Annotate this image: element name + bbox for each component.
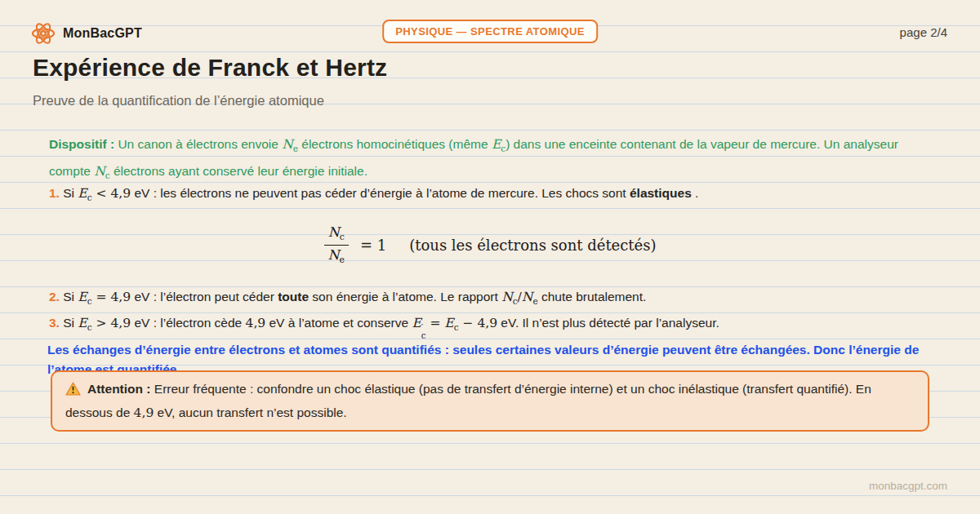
item-text: Si — [60, 316, 78, 330]
list-number: 2. — [49, 290, 60, 304]
math-Nc: Nc — [94, 164, 109, 179]
item-text: . — [692, 186, 699, 200]
math-Ec-eq: Ec = 4,9 — [78, 290, 131, 304]
item-text: chute brutalement. — [538, 290, 647, 304]
page-number: page 2/4 — [900, 25, 947, 39]
dispositif-text: électrons homocinétiques (même — [298, 137, 492, 151]
math-Ne: Ne — [282, 137, 298, 152]
header: MonBacGPT PHYSIQUE — SPECTRE ATOMIQUE pa… — [0, 18, 980, 49]
item-text: Si — [60, 290, 78, 304]
subject-badge: PHYSIQUE — SPECTRE ATOMIQUE — [382, 20, 598, 43]
item-bold: toute — [278, 290, 309, 304]
brand-name: MonBacGPT — [63, 26, 142, 41]
list-number: 1. — [49, 186, 60, 200]
page-subtitle: Preuve de la quantification de l’énergie… — [33, 93, 324, 109]
item-bold: élastiques — [630, 186, 692, 200]
document-page: MonBacGPT PHYSIQUE — SPECTRE ATOMIQUE pa… — [0, 0, 980, 514]
math-ratio: Nc/Ne — [501, 290, 538, 304]
warning-label: Attention : — [87, 382, 150, 396]
brand: MonBacGPT — [31, 18, 142, 49]
item-text: Si — [60, 186, 78, 200]
math-Ec-prime: E′c = Ec − 4,9 — [412, 316, 497, 330]
warning-icon — [65, 381, 81, 402]
item-text: eV : les électrons ne peuvent pas céder … — [131, 186, 630, 200]
math-value: 4,9 — [134, 405, 154, 420]
dispositif-label: Dispositif : — [49, 137, 114, 151]
equation-block: NcNe= 1(tous les électrons sont détectés… — [0, 220, 980, 269]
item-text: eV : l’électron peut céder — [131, 290, 278, 304]
equation-note: (tous les électrons sont détectés) — [409, 237, 656, 254]
fraction-denominator: Ne — [324, 246, 349, 265]
item-text: eV : l’électron cède — [131, 316, 245, 330]
item-text: eV à l’atome et conserve — [265, 316, 412, 330]
dispositif-paragraph: Dispositif : Un canon à électrons envoie… — [49, 133, 933, 187]
item-text: son énergie à l’atome. Le rapport — [309, 290, 501, 304]
math-Ec: Ec — [492, 137, 506, 152]
math-value: 4,9 — [246, 316, 266, 330]
math-Ec-gt: Ec > 4,9 — [78, 316, 131, 330]
warning-box: Attention : Erreur fréquente : confondre… — [51, 370, 929, 432]
atom-icon — [31, 21, 56, 46]
list-item: 1. Si Ec < 4,9 eV : les électrons ne peu… — [49, 184, 933, 207]
list-item: 3. Si Ec > 4,9 eV : l’électron cède 4,9 … — [49, 313, 933, 340]
fraction-numerator: Nc — [324, 224, 349, 245]
page-title: Expérience de Franck et Hertz — [33, 54, 387, 82]
equation-rhs: = 1 — [360, 237, 386, 254]
dispositif-text: Un canon à électrons envoie — [114, 137, 282, 151]
list-number: 3. — [49, 316, 60, 330]
math-Ec-lt: Ec < 4,9 — [78, 186, 131, 201]
list-item: 2. Si Ec = 4,9 eV : l’électron peut céde… — [49, 287, 933, 311]
footer-url: monbacgpt.com — [869, 480, 947, 492]
item-text: eV. Il n’est plus détecté par l’analyseu… — [497, 316, 719, 330]
warning-text: eV, aucun transfert n’est possible. — [154, 405, 346, 419]
dispositif-text: électrons ayant conservé leur énergie in… — [110, 164, 368, 178]
fraction-Nc-Ne: NcNe — [324, 224, 349, 264]
